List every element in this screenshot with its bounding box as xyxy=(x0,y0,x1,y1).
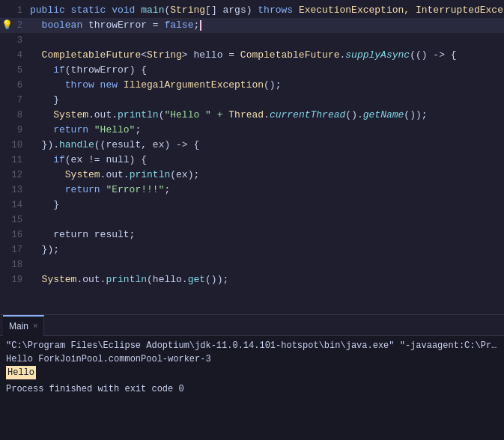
token-class-name: CompletableFuture xyxy=(240,49,340,61)
console-output-line1: Hello ForkJoinPool.commonPool-worker-3 xyxy=(6,352,498,366)
token-var: ; xyxy=(164,184,170,195)
text-cursor xyxy=(200,20,201,31)
token-method: println xyxy=(118,109,159,120)
token-class-name: System xyxy=(65,169,100,180)
token-kw: void xyxy=(112,4,141,16)
token-var: ()); xyxy=(404,109,427,120)
token-var: . xyxy=(112,109,118,120)
line-number: 10 xyxy=(0,138,27,153)
token-kw: if xyxy=(53,64,65,76)
token-var: } xyxy=(53,94,59,106)
token-method italic: supplyAsync xyxy=(345,49,410,61)
token-var: > hello = xyxy=(182,49,240,61)
editor-line: 15 xyxy=(0,213,504,227)
token-var: ) { xyxy=(130,64,147,76)
editor-line: 12System.out.println(ex); xyxy=(0,168,504,183)
line-number: 18 xyxy=(0,257,27,272)
token-var: }); xyxy=(42,244,59,255)
line-number: 1 xyxy=(0,3,27,18)
editor-line: 9return "Hello"; xyxy=(0,123,504,138)
editor-line: 8System.out.println("Hello " + Thread.cu… xyxy=(0,108,504,123)
token-var: (() -> { xyxy=(410,49,456,61)
token-class-name: CompletableFuture xyxy=(42,49,142,61)
token-var: ; xyxy=(193,19,199,31)
editor-line: 19System.out.println(hello.get()); xyxy=(0,272,504,287)
token-method: println xyxy=(106,274,147,285)
line-number: 9 xyxy=(0,123,27,138)
editor-line: 1public static void main(String[] args) … xyxy=(0,3,504,18)
console-output-area: "C:\Program Files\Eclipse Adoptium\jdk-1… xyxy=(0,336,504,399)
console-container: Main × "C:\Program Files\Eclipse Adoptiu… xyxy=(0,314,504,440)
line-number: 17 xyxy=(0,242,27,257)
token-var: .out. xyxy=(76,274,106,285)
token-method: handle xyxy=(59,139,94,150)
token-method: println xyxy=(130,169,171,180)
bulb-icon[interactable]: 💡 xyxy=(1,18,13,33)
token-var: (hello. xyxy=(147,274,188,285)
token-var: (). xyxy=(345,109,362,120)
token-kw: throw xyxy=(65,79,100,91)
editor-line: 4CompletableFuture<String> hello = Compl… xyxy=(0,48,504,63)
editor-line: 3 xyxy=(0,33,504,48)
token-var: = xyxy=(147,19,164,31)
token-var: } xyxy=(53,199,59,210)
code-content: } xyxy=(27,198,504,213)
token-kw: if xyxy=(53,154,65,165)
editor-line: 14} xyxy=(0,198,504,213)
line-number: 13 xyxy=(0,183,27,198)
code-content: return "Hello"; xyxy=(27,123,504,138)
token-class-name: System xyxy=(42,274,77,285)
token-var: (ex); xyxy=(170,169,199,180)
token-method italic: getName xyxy=(363,109,404,120)
token-class-name: Thread xyxy=(228,109,264,120)
token-class-name: IllegalArgumentException xyxy=(124,79,264,91)
code-content: } xyxy=(27,93,504,108)
code-content: System.out.println(hello.get()); xyxy=(27,272,504,287)
code-content: if(throwError) { xyxy=(27,63,504,78)
editor-line: 17}); xyxy=(0,242,504,257)
console-cmd-line: "C:\Program Files\Eclipse Adoptium\jdk-1… xyxy=(6,339,498,352)
console-tab[interactable]: Main × xyxy=(3,315,44,336)
token-var: throwError xyxy=(71,64,130,76)
line-number: 5 xyxy=(0,63,27,78)
console-exit-line: Process finished with exit code 0 xyxy=(6,382,498,396)
token-kw: static xyxy=(71,4,112,16)
token-var: .out. xyxy=(100,169,130,180)
token-var: }). xyxy=(42,139,59,150)
line-number: 7 xyxy=(0,93,27,108)
token-kw: return xyxy=(53,124,94,135)
tab-label: Main xyxy=(9,321,28,331)
token-var: (); xyxy=(264,79,281,91)
token-var: (ex != null) { xyxy=(65,154,147,165)
token-var: ; xyxy=(135,124,141,135)
line-number: 6 xyxy=(0,78,27,93)
code-content: System.out.println(ex); xyxy=(27,168,504,183)
token-kw: public xyxy=(30,4,71,16)
console-hello-highlight: Hello xyxy=(6,366,36,379)
line-number: 19 xyxy=(0,272,27,287)
token-var: return result; xyxy=(53,229,135,240)
code-content: throw new IllegalArgumentException(); xyxy=(27,78,504,93)
token-kw: new xyxy=(100,79,124,91)
code-content: return result; xyxy=(27,227,504,242)
code-content: CompletableFuture<String> hello = Comple… xyxy=(27,48,504,63)
line-number: 15 xyxy=(0,213,27,227)
token-kw: throws xyxy=(258,4,299,16)
line-number: 11 xyxy=(0,153,27,168)
tab-close-icon[interactable]: × xyxy=(33,322,37,330)
console-hello-line: Hello xyxy=(6,366,498,379)
editor-line: 18 xyxy=(0,257,504,272)
console-tab-bar: Main × xyxy=(0,315,504,336)
token-class-name: System xyxy=(53,109,88,120)
editor-line: 11if(ex != null) { xyxy=(0,153,504,168)
line-number: 16 xyxy=(0,227,27,242)
editor-line: 6throw new IllegalArgumentException(); xyxy=(0,78,504,93)
token-kw: false xyxy=(164,19,193,31)
token-string: "Hello" xyxy=(94,124,136,135)
token-paren: ( xyxy=(65,64,71,76)
token-class-name: String xyxy=(147,49,182,61)
token-string: "Hello " + xyxy=(164,109,228,120)
editor-line: 13return "Error!!!"; xyxy=(0,183,504,198)
editor-line: 5if(throwError) { xyxy=(0,63,504,78)
code-content: System.out.println("Hello " + Thread.cur… xyxy=(27,108,504,123)
